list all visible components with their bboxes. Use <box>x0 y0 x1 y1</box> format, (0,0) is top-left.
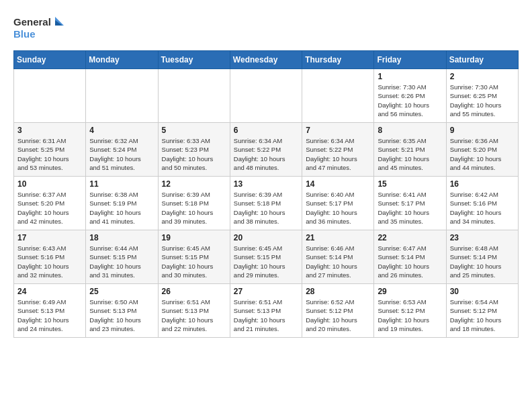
day-number: 14 <box>306 179 370 189</box>
day-cell: 2Sunrise: 7:30 AMSunset: 6:25 PMDaylight… <box>446 69 518 123</box>
day-info: Sunrise: 6:39 AMSunset: 5:18 PMDaylight:… <box>234 190 298 226</box>
day-cell: 25Sunrise: 6:50 AMSunset: 5:13 PMDayligh… <box>86 284 158 338</box>
day-cell: 9Sunrise: 6:36 AMSunset: 5:20 PMDaylight… <box>446 123 518 177</box>
day-cell <box>302 69 374 123</box>
day-header-wednesday: Wednesday <box>230 51 302 69</box>
day-info: Sunrise: 6:31 AMSunset: 5:25 PMDaylight:… <box>17 136 82 172</box>
day-info: Sunrise: 6:48 AMSunset: 5:14 PMDaylight:… <box>450 244 515 279</box>
day-number: 13 <box>234 179 298 189</box>
day-cell: 15Sunrise: 6:41 AMSunset: 5:17 PMDayligh… <box>374 177 446 230</box>
day-info: Sunrise: 6:45 AMSunset: 5:15 PMDaylight:… <box>162 244 226 279</box>
day-number: 11 <box>89 179 154 189</box>
day-info: Sunrise: 6:42 AMSunset: 5:16 PMDaylight:… <box>450 190 515 226</box>
day-cell <box>14 69 86 123</box>
day-cell: 8Sunrise: 6:35 AMSunset: 5:21 PMDaylight… <box>374 123 446 177</box>
day-info: Sunrise: 6:41 AMSunset: 5:17 PMDaylight:… <box>378 190 442 226</box>
svg-text:General: General <box>13 16 51 28</box>
day-info: Sunrise: 6:35 AMSunset: 5:21 PMDaylight:… <box>378 136 442 172</box>
logo-icon: General Blue <box>13 13 67 44</box>
day-info: Sunrise: 6:44 AMSunset: 5:15 PMDaylight:… <box>89 244 154 279</box>
day-cell: 14Sunrise: 6:40 AMSunset: 5:17 PMDayligh… <box>302 177 374 230</box>
day-header-saturday: Saturday <box>446 51 518 69</box>
day-number: 19 <box>162 233 226 242</box>
day-info: Sunrise: 6:36 AMSunset: 5:20 PMDaylight:… <box>450 136 515 172</box>
day-info: Sunrise: 6:45 AMSunset: 5:15 PMDaylight:… <box>234 244 298 279</box>
day-cell: 6Sunrise: 6:34 AMSunset: 5:22 PMDaylight… <box>230 123 302 177</box>
day-cell: 3Sunrise: 6:31 AMSunset: 5:25 PMDaylight… <box>14 123 86 177</box>
day-cell: 20Sunrise: 6:45 AMSunset: 5:15 PMDayligh… <box>230 230 302 284</box>
day-number: 17 <box>17 233 82 242</box>
day-info: Sunrise: 6:33 AMSunset: 5:23 PMDaylight:… <box>162 136 226 172</box>
logo: General Blue <box>13 13 67 44</box>
day-cell: 23Sunrise: 6:48 AMSunset: 5:14 PMDayligh… <box>446 230 518 284</box>
week-row-3: 10Sunrise: 6:37 AMSunset: 5:20 PMDayligh… <box>14 177 519 230</box>
day-cell: 13Sunrise: 6:39 AMSunset: 5:18 PMDayligh… <box>230 177 302 230</box>
day-cell <box>158 69 230 123</box>
day-number: 12 <box>162 179 226 189</box>
day-number: 10 <box>17 179 82 189</box>
day-number: 27 <box>234 287 298 296</box>
day-info: Sunrise: 7:30 AMSunset: 6:25 PMDaylight:… <box>450 83 515 118</box>
day-number: 26 <box>162 287 226 296</box>
week-row-5: 24Sunrise: 6:49 AMSunset: 5:13 PMDayligh… <box>14 284 519 338</box>
day-number: 18 <box>89 233 154 242</box>
day-cell: 18Sunrise: 6:44 AMSunset: 5:15 PMDayligh… <box>86 230 158 284</box>
day-header-tuesday: Tuesday <box>158 51 230 69</box>
day-info: Sunrise: 6:50 AMSunset: 5:13 PMDaylight:… <box>89 298 154 333</box>
day-cell: 1Sunrise: 7:30 AMSunset: 6:26 PMDaylight… <box>374 69 446 123</box>
day-number: 3 <box>17 126 82 135</box>
day-cell: 27Sunrise: 6:51 AMSunset: 5:13 PMDayligh… <box>230 284 302 338</box>
day-number: 24 <box>17 287 82 296</box>
day-info: Sunrise: 6:37 AMSunset: 5:20 PMDaylight:… <box>17 190 82 226</box>
day-cell <box>230 69 302 123</box>
day-number: 7 <box>306 126 370 135</box>
day-number: 15 <box>378 179 442 189</box>
day-info: Sunrise: 6:43 AMSunset: 5:16 PMDaylight:… <box>17 244 82 279</box>
day-info: Sunrise: 6:46 AMSunset: 5:14 PMDaylight:… <box>306 244 370 279</box>
day-number: 5 <box>162 126 226 135</box>
day-cell: 21Sunrise: 6:46 AMSunset: 5:14 PMDayligh… <box>302 230 374 284</box>
day-cell: 28Sunrise: 6:52 AMSunset: 5:12 PMDayligh… <box>302 284 374 338</box>
day-info: Sunrise: 6:53 AMSunset: 5:12 PMDaylight:… <box>378 298 442 333</box>
day-info: Sunrise: 7:30 AMSunset: 6:26 PMDaylight:… <box>378 83 442 118</box>
day-cell: 17Sunrise: 6:43 AMSunset: 5:16 PMDayligh… <box>14 230 86 284</box>
page-header: General Blue <box>13 13 519 44</box>
day-number: 30 <box>450 287 515 296</box>
day-number: 4 <box>89 126 154 135</box>
day-cell: 10Sunrise: 6:37 AMSunset: 5:20 PMDayligh… <box>14 177 86 230</box>
day-info: Sunrise: 6:40 AMSunset: 5:17 PMDaylight:… <box>306 190 370 226</box>
day-cell: 24Sunrise: 6:49 AMSunset: 5:13 PMDayligh… <box>14 284 86 338</box>
calendar-table: SundayMondayTuesdayWednesdayThursdayFrid… <box>13 50 519 338</box>
day-number: 28 <box>306 287 370 296</box>
day-number: 8 <box>378 126 442 135</box>
day-info: Sunrise: 6:49 AMSunset: 5:13 PMDaylight:… <box>17 298 82 333</box>
day-cell: 30Sunrise: 6:54 AMSunset: 5:12 PMDayligh… <box>446 284 518 338</box>
day-info: Sunrise: 6:38 AMSunset: 5:19 PMDaylight:… <box>89 190 154 226</box>
day-header-row: SundayMondayTuesdayWednesdayThursdayFrid… <box>14 51 519 69</box>
day-number: 21 <box>306 233 370 242</box>
day-number: 29 <box>378 287 442 296</box>
week-row-2: 3Sunrise: 6:31 AMSunset: 5:25 PMDaylight… <box>14 123 519 177</box>
day-number: 20 <box>234 233 298 242</box>
day-cell: 4Sunrise: 6:32 AMSunset: 5:24 PMDaylight… <box>86 123 158 177</box>
day-number: 22 <box>378 233 442 242</box>
day-header-friday: Friday <box>374 51 446 69</box>
day-info: Sunrise: 6:52 AMSunset: 5:12 PMDaylight:… <box>306 298 370 333</box>
day-header-monday: Monday <box>86 51 158 69</box>
day-info: Sunrise: 6:51 AMSunset: 5:13 PMDaylight:… <box>162 298 226 333</box>
day-cell: 12Sunrise: 6:39 AMSunset: 5:18 PMDayligh… <box>158 177 230 230</box>
day-info: Sunrise: 6:32 AMSunset: 5:24 PMDaylight:… <box>89 136 154 172</box>
day-cell: 11Sunrise: 6:38 AMSunset: 5:19 PMDayligh… <box>86 177 158 230</box>
day-header-sunday: Sunday <box>14 51 86 69</box>
day-cell: 26Sunrise: 6:51 AMSunset: 5:13 PMDayligh… <box>158 284 230 338</box>
day-info: Sunrise: 6:39 AMSunset: 5:18 PMDaylight:… <box>162 190 226 226</box>
day-number: 9 <box>450 126 515 135</box>
day-number: 2 <box>450 72 515 81</box>
day-cell: 19Sunrise: 6:45 AMSunset: 5:15 PMDayligh… <box>158 230 230 284</box>
day-info: Sunrise: 6:34 AMSunset: 5:22 PMDaylight:… <box>234 136 298 172</box>
day-cell: 7Sunrise: 6:34 AMSunset: 5:22 PMDaylight… <box>302 123 374 177</box>
day-header-thursday: Thursday <box>302 51 374 69</box>
day-info: Sunrise: 6:51 AMSunset: 5:13 PMDaylight:… <box>234 298 298 333</box>
day-number: 16 <box>450 179 515 189</box>
week-row-1: 1Sunrise: 7:30 AMSunset: 6:26 PMDaylight… <box>14 69 519 123</box>
